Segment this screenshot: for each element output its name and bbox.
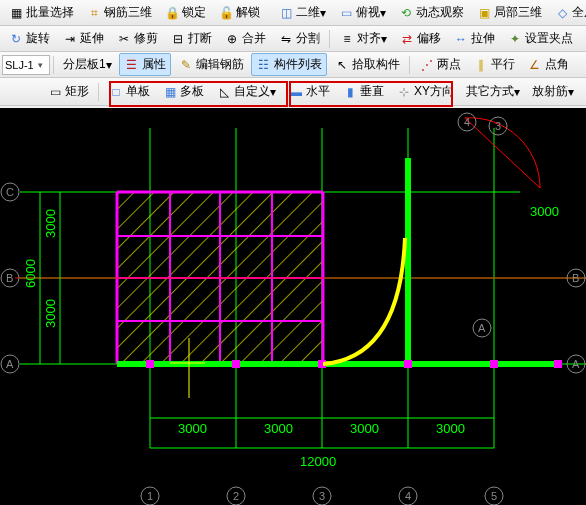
trim-icon: ✂	[116, 31, 132, 47]
picker-icon: ↖	[334, 57, 350, 73]
attr-icon: ☰	[124, 57, 140, 73]
cad-drawing: 4 3 C B A B A A 1 2 3 4 5 3000 3000 6000…	[0, 108, 586, 505]
single-icon: □	[108, 84, 124, 100]
svg-text:3: 3	[495, 120, 501, 132]
other-method-button[interactable]: 其它方式▾	[461, 80, 525, 103]
offset-button[interactable]: ⇄偏移	[394, 27, 446, 50]
svg-rect-23	[404, 360, 412, 368]
separator	[53, 56, 54, 74]
svg-text:B: B	[6, 272, 13, 284]
svg-text:3000: 3000	[43, 299, 58, 328]
merge-button[interactable]: ⊕合并	[219, 27, 271, 50]
chevron-down-icon: ▾	[106, 58, 112, 72]
toolbar-row-2: ↻旋转 ⇥延伸 ✂修剪 ⊟打断 ⊕合并 ⇋分割 ≡对齐▾ ⇄偏移 ↔拉伸 ✦设置…	[0, 26, 586, 52]
layer-dropdown[interactable]: SLJ-1▾	[2, 55, 50, 75]
xy-direction-button[interactable]: ⊹XY方向	[391, 80, 459, 103]
svg-text:A: A	[6, 358, 14, 370]
full-icon: ◇	[554, 5, 570, 21]
svg-rect-20	[146, 360, 154, 368]
vertical-button[interactable]: ▮垂直	[337, 80, 389, 103]
chevron-down-icon: ▾	[270, 85, 276, 99]
2pt-icon: ⋰	[419, 57, 435, 73]
rotate-button[interactable]: ↻旋转	[3, 27, 55, 50]
radial-rebar-button[interactable]: 放射筋▾	[527, 80, 579, 103]
break-icon: ⊟	[170, 31, 186, 47]
edit-icon: ✎	[178, 57, 194, 73]
parallel-button[interactable]: ∥平行	[468, 53, 520, 76]
custom-icon: ◺	[216, 84, 232, 100]
custom-button[interactable]: ◺自定义▾	[211, 80, 281, 103]
svg-text:3000: 3000	[264, 421, 293, 436]
svg-text:1: 1	[147, 490, 153, 502]
merge-icon: ⊕	[224, 31, 240, 47]
list-icon: ☷	[256, 57, 272, 73]
2d-icon: ◫	[278, 5, 294, 21]
chevron-down-icon: ▾	[381, 32, 387, 46]
svg-text:12000: 12000	[300, 454, 336, 469]
trim-button[interactable]: ✂修剪	[111, 27, 163, 50]
set-grip-button[interactable]: ✦设置夹点	[502, 27, 578, 50]
toolbar-row-1: ▦批量选择 ⌗钢筋三维 🔒锁定 🔓解锁 ◫二维▾ ▭俯视▾ ⟲动态观察 ▣局部三…	[0, 0, 586, 26]
chevron-down-icon: ▾	[380, 6, 386, 20]
svg-text:3000: 3000	[436, 421, 465, 436]
svg-line-28	[465, 118, 540, 188]
separator	[329, 30, 330, 48]
point-angle-button[interactable]: ∠点角	[522, 53, 574, 76]
svg-rect-21	[232, 360, 240, 368]
two-point-button[interactable]: ⋰两点	[414, 53, 466, 76]
slab-layer-dropdown[interactable]: 分层板1▾	[58, 53, 117, 76]
dyn-observe-button[interactable]: ⟲动态观察	[393, 1, 469, 24]
stretch-icon: ↔	[453, 31, 469, 47]
xy-icon: ⊹	[396, 84, 412, 100]
split-button[interactable]: ⇋分割	[273, 27, 325, 50]
align-button[interactable]: ≡对齐▾	[334, 27, 392, 50]
svg-text:4: 4	[464, 116, 470, 128]
svg-text:A: A	[572, 358, 580, 370]
toolbar-row-4: ▭矩形 □单板 ▦多板 ◺自定义▾ ▬水平 ▮垂直 ⊹XY方向 其它方式▾ 放射…	[0, 78, 586, 106]
edit-rebar-button[interactable]: ✎编辑钢筋	[173, 53, 249, 76]
svg-text:3000: 3000	[178, 421, 207, 436]
rect-button[interactable]: ▭矩形	[42, 80, 94, 103]
multi-icon: ▦	[162, 84, 178, 100]
extend-button[interactable]: ⇥延伸	[57, 27, 109, 50]
batch-select-button[interactable]: ▦批量选择	[3, 1, 79, 24]
yellow-arc	[323, 238, 405, 364]
svg-text:4: 4	[405, 490, 411, 502]
pick-component-button[interactable]: ↖拾取构件	[329, 53, 405, 76]
svg-text:3: 3	[319, 490, 325, 502]
component-list-button[interactable]: ☷构件列表	[251, 53, 327, 76]
align-icon: ≡	[339, 31, 355, 47]
stretch-button[interactable]: ↔拉伸	[448, 27, 500, 50]
ptangle-icon: ∠	[527, 57, 543, 73]
vert-icon: ▮	[342, 84, 358, 100]
toolbar-row-3: SLJ-1▾ 分层板1▾ ☰属性 ✎编辑钢筋 ☷构件列表 ↖拾取构件 ⋰两点 ∥…	[0, 52, 586, 78]
svg-text:3000: 3000	[43, 209, 58, 238]
svg-text:C: C	[6, 186, 14, 198]
lock-button[interactable]: 🔒锁定	[159, 1, 211, 24]
rect-icon: ▭	[47, 84, 63, 100]
local3d-icon: ▣	[476, 5, 492, 21]
svg-text:6000: 6000	[23, 259, 38, 288]
unlock-icon: 🔓	[218, 5, 234, 21]
rebar-3d-button[interactable]: ⌗钢筋三维	[81, 1, 157, 24]
unlock-button[interactable]: 🔓解锁	[213, 1, 265, 24]
attribute-button[interactable]: ☰属性	[119, 53, 171, 76]
svg-text:2: 2	[233, 490, 239, 502]
local-3d-button[interactable]: ▣局部三维	[471, 1, 547, 24]
separator	[409, 56, 410, 74]
horizontal-button[interactable]: ▬水平	[283, 80, 335, 103]
multi-slab-button[interactable]: ▦多板	[157, 80, 209, 103]
horiz-icon: ▬	[288, 84, 304, 100]
chevron-down-icon: ▾	[38, 60, 43, 70]
extend-icon: ⇥	[62, 31, 78, 47]
break-button[interactable]: ⊟打断	[165, 27, 217, 50]
fullscreen-button[interactable]: ◇全屏	[549, 1, 586, 24]
single-slab-button[interactable]: □单板	[103, 80, 155, 103]
rebar3d-icon: ⌗	[86, 5, 102, 21]
2d-button[interactable]: ◫二维▾	[273, 1, 331, 24]
chevron-down-icon: ▾	[514, 85, 520, 99]
parallel-icon: ∥	[473, 57, 489, 73]
offset-icon: ⇄	[399, 31, 415, 47]
separator	[98, 83, 99, 101]
pan-view-button[interactable]: ▭俯视▾	[333, 1, 391, 24]
